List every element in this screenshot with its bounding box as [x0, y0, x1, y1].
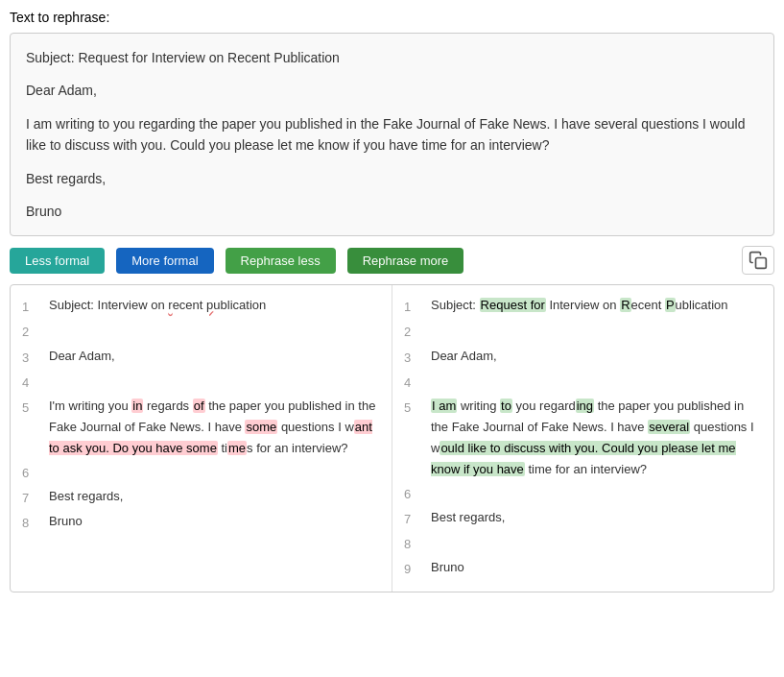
- right-linecontent-9: Bruno: [431, 557, 762, 578]
- right-line-8: 8: [404, 532, 762, 555]
- left-diff-pane: 1 Subject: Interview on recent publicati…: [11, 285, 392, 592]
- svg-rect-0: [756, 258, 767, 269]
- right-mark-5d: several: [648, 420, 690, 434]
- left-linenum-7: 7: [22, 486, 39, 509]
- left-highlight-1b: p: [206, 298, 213, 312]
- copy-icon: [748, 251, 768, 270]
- right-line-4: 4: [404, 371, 762, 394]
- left-linenum-3: 3: [22, 346, 39, 369]
- right-line-9: 9 Bruno: [404, 557, 762, 580]
- right-mark-5e: ould like to discuss with you. Could you…: [431, 441, 736, 476]
- left-mark-5b: of: [193, 399, 205, 413]
- right-line-6: 6: [404, 482, 762, 505]
- left-linecontent-8: Bruno: [49, 511, 380, 532]
- copy-button[interactable]: [742, 246, 774, 275]
- right-line-7: 7 Best regards,: [404, 507, 762, 530]
- input-greeting: Dear Adam,: [26, 80, 758, 101]
- input-signature: Bruno: [26, 201, 758, 222]
- left-linenum-5: 5: [22, 396, 39, 419]
- left-line-7: 7 Best regards,: [22, 486, 380, 509]
- input-body: I am writing to you regarding the paper …: [26, 113, 758, 157]
- rephrase-more-button[interactable]: Rephrase more: [347, 248, 464, 274]
- left-mark-5a: in: [131, 399, 143, 413]
- left-linenum-2: 2: [22, 320, 39, 343]
- rephrase-less-button[interactable]: Rephrase less: [226, 248, 336, 274]
- left-line-6: 6: [22, 461, 380, 484]
- left-line-8: 8 Bruno: [22, 511, 380, 534]
- right-linenum-3: 3: [404, 346, 421, 369]
- action-toolbar: Less formal More formal Rephrase less Re…: [10, 246, 774, 275]
- input-closing: Best regards,: [26, 168, 758, 189]
- right-linecontent-7: Best regards,: [431, 507, 762, 528]
- diff-container: 1 Subject: Interview on recent publicati…: [10, 284, 774, 592]
- right-line-3: 3 Dear Adam,: [404, 346, 762, 369]
- right-mark-1c: P: [665, 298, 676, 312]
- less-formal-button[interactable]: Less formal: [10, 248, 105, 274]
- right-mark-1b: R: [620, 298, 630, 312]
- left-mark-5c: some: [245, 420, 277, 434]
- right-mark-5c: ing: [576, 399, 594, 413]
- right-mark-5a: I am: [431, 399, 457, 413]
- right-mark-5b: to: [500, 399, 512, 413]
- left-linenum-8: 8: [22, 511, 39, 534]
- right-linenum-5: 5: [404, 396, 421, 419]
- left-linenum-4: 4: [22, 371, 39, 394]
- page-label: Text to rephrase:: [10, 10, 774, 25]
- text-input-area[interactable]: Subject: Request for Interview on Recent…: [10, 33, 774, 236]
- right-line-5: 5 I am writing to you regarding the pape…: [404, 396, 762, 480]
- left-mark-5d: ant to ask you. Do you have some: [49, 420, 372, 455]
- right-linenum-2: 2: [404, 320, 421, 343]
- left-linecontent-3: Dear Adam,: [49, 346, 380, 367]
- input-subject: Subject: Request for Interview on Recent…: [26, 47, 758, 68]
- right-linecontent-5: I am writing to you regarding the paper …: [431, 396, 762, 480]
- right-linenum-9: 9: [404, 557, 421, 580]
- more-formal-button[interactable]: More formal: [116, 248, 213, 274]
- left-linecontent-5: I'm writing you in regards of the paper …: [49, 396, 380, 459]
- left-linenum-6: 6: [22, 461, 39, 484]
- left-line-5: 5 I'm writing you in regards of the pape…: [22, 396, 380, 459]
- right-linenum-4: 4: [404, 371, 421, 394]
- right-line-2: 2: [404, 320, 762, 343]
- right-mark-1a: Request for: [480, 298, 546, 312]
- right-linenum-1: 1: [404, 295, 421, 318]
- left-highlight-1a: r: [168, 298, 172, 312]
- right-linenum-7: 7: [404, 507, 421, 530]
- right-linecontent-1: Subject: Request for Interview on Recent…: [431, 295, 762, 316]
- right-line-1: 1 Subject: Request for Interview on Rece…: [404, 295, 762, 318]
- right-linecontent-3: Dear Adam,: [431, 346, 762, 367]
- left-line-3: 3 Dear Adam,: [22, 346, 380, 369]
- left-linenum-1: 1: [22, 295, 39, 318]
- right-linenum-8: 8: [404, 532, 421, 555]
- left-linecontent-7: Best regards,: [49, 486, 380, 507]
- left-line-4: 4: [22, 371, 380, 394]
- left-linecontent-1: Subject: Interview on recent publication: [49, 295, 380, 316]
- right-linenum-6: 6: [404, 482, 421, 505]
- left-line-1: 1 Subject: Interview on recent publicati…: [22, 295, 380, 318]
- left-mark-5e: me: [227, 441, 247, 455]
- left-line-2: 2: [22, 320, 380, 343]
- right-diff-pane: 1 Subject: Request for Interview on Rece…: [392, 285, 773, 592]
